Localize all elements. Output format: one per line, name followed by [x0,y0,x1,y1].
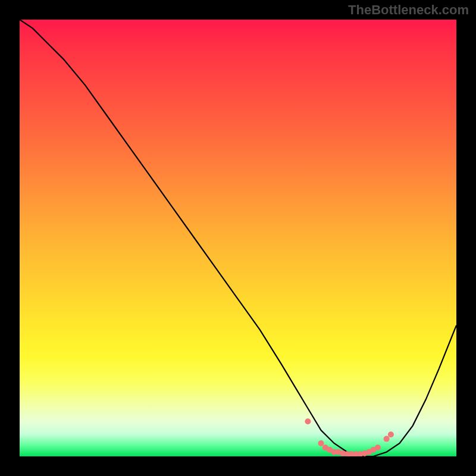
bottleneck-curve-path [20,20,456,456]
optimal-dot [305,418,311,424]
optimal-dot [375,444,381,450]
optimal-dot [318,440,324,446]
optimal-dot [388,431,394,437]
chart-plot-area [20,20,456,456]
optimal-range-dots [305,418,394,456]
watermark-text: TheBottleneck.com [348,2,469,18]
chart-svg [20,20,456,456]
optimal-dot [384,436,390,442]
